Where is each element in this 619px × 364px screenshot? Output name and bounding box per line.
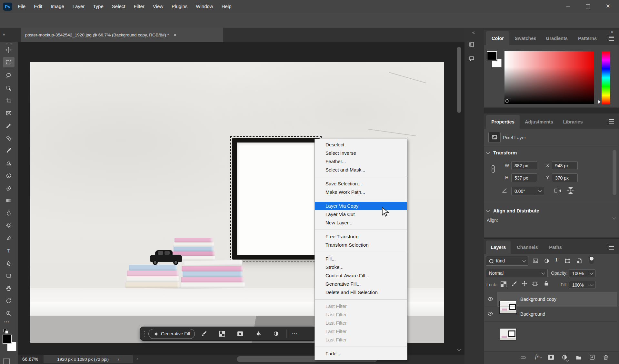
taskbar-more-button[interactable]: ••• (289, 329, 300, 339)
height-field[interactable]: 537 px (511, 173, 537, 182)
tool-eraser[interactable] (3, 183, 15, 193)
maximize-button[interactable] (578, 0, 597, 12)
foreground-color-swatch[interactable] (3, 335, 12, 344)
context-menu-item-deselect[interactable]: Deselect (315, 141, 407, 149)
tool-pen[interactable] (3, 233, 15, 243)
tool-move[interactable] (3, 45, 15, 55)
layer-visibility-toggle[interactable] (487, 296, 494, 303)
transform-collapse-chevron-icon[interactable] (486, 151, 490, 154)
add-layer-mask-button[interactable] (548, 355, 554, 360)
filter-pixel-layers-button[interactable] (533, 258, 539, 265)
filter-smart-objects-button[interactable] (576, 258, 582, 265)
context-menu-item-new-layer[interactable]: New Layer... (315, 219, 407, 227)
lock-pixels-icon[interactable] (511, 281, 517, 288)
tab-layers[interactable]: Layers (486, 241, 511, 254)
edit-toolbar-icon[interactable]: ••• (4, 320, 10, 324)
properties-scrollbar[interactable] (613, 150, 616, 195)
minimize-button[interactable] (559, 0, 577, 12)
tab-paths[interactable]: Paths (544, 241, 567, 254)
tab-close-icon[interactable]: × (174, 32, 176, 38)
tool-crop[interactable] (3, 95, 15, 106)
context-menu-item-select-and-mask[interactable]: Select and Mask... (315, 166, 407, 174)
tool-object-selection[interactable] (3, 83, 15, 93)
scroll-left-icon[interactable]: ‹ (136, 356, 138, 361)
blend-mode-dropdown[interactable]: Normal (486, 269, 548, 277)
menu-select[interactable]: Select (108, 0, 130, 13)
menu-type[interactable]: Type (89, 0, 108, 13)
tab-libraries[interactable]: Libraries (558, 115, 587, 129)
tool-healing-brush[interactable] (3, 133, 15, 143)
tool-frame[interactable] (3, 108, 15, 118)
link-layers-button[interactable] (520, 355, 527, 362)
tab-overflow-icon[interactable]: » (3, 32, 5, 37)
hue-slider[interactable] (602, 51, 610, 104)
lock-position-icon[interactable] (522, 281, 527, 288)
color-field[interactable] (504, 51, 594, 104)
tool-rectangular-marquee[interactable] (3, 57, 15, 67)
context-menu-item-layer-via-cut[interactable]: Layer Via Cut (315, 210, 407, 219)
generative-fill-button[interactable]: Generative Fill (148, 329, 195, 339)
properties-scroll-down-icon[interactable] (612, 216, 616, 219)
menu-layer[interactable]: Layer (68, 0, 89, 13)
tool-zoom[interactable] (3, 308, 15, 319)
taskbar-invert-button[interactable] (271, 329, 282, 339)
menu-window[interactable]: Window (192, 0, 217, 13)
tool-gradient[interactable] (3, 195, 15, 206)
tool-clone-stamp[interactable] (3, 158, 15, 168)
lock-all-icon[interactable] (544, 280, 549, 288)
menu-image[interactable]: Image (46, 0, 68, 13)
context-menu-item-layer-via-copy[interactable]: Layer Via Copy (315, 202, 407, 210)
tool-hand[interactable] (3, 283, 15, 293)
x-field[interactable]: 948 px (552, 161, 578, 170)
filter-type-layers-button[interactable]: T (555, 257, 558, 263)
context-menu-item-fill[interactable]: Fill... (315, 255, 407, 263)
expand-panels-icon[interactable]: « (472, 30, 475, 35)
new-group-button[interactable] (576, 355, 582, 361)
layer-visibility-toggle[interactable] (487, 311, 494, 318)
fill-control[interactable]: 100% (569, 281, 595, 289)
filter-toggle[interactable] (589, 256, 594, 264)
tool-dodge[interactable] (3, 220, 15, 231)
layer-filter-dropdown[interactable]: Kind (486, 256, 528, 266)
tab-gradients[interactable]: Gradients (542, 31, 572, 45)
opacity-control[interactable]: 100% (569, 269, 595, 277)
collapse-panels-icon[interactable]: » (611, 29, 614, 34)
menu-help[interactable]: Help (217, 0, 236, 13)
taskbar-pattern-button[interactable] (216, 329, 227, 339)
default-colors-icon[interactable] (3, 329, 8, 333)
collapsed-panel-comments[interactable] (469, 55, 477, 65)
context-menu-item-delete-and-fill[interactable]: Delete and Fill Selection (315, 288, 407, 297)
flip-vertical-icon[interactable] (567, 187, 574, 194)
add-adjustment-layer-button[interactable] (562, 354, 568, 362)
tab-adjustments[interactable]: Adjustments (521, 115, 557, 129)
tab-patterns[interactable]: Patterns (573, 31, 602, 45)
tool-path-selection[interactable] (3, 258, 15, 269)
menu-filter[interactable]: Filter (130, 0, 149, 13)
menu-file[interactable]: File (14, 0, 30, 13)
context-menu-item-free-transform[interactable]: Free Transform (315, 232, 407, 241)
filter-adjustment-layers-button[interactable] (544, 258, 550, 265)
taskbar-grip[interactable] (144, 330, 146, 337)
lock-transparency-icon[interactable] (501, 281, 506, 287)
context-menu-item-stroke[interactable]: Stroke... (315, 263, 407, 271)
context-menu-item-make-work-path[interactable]: Make Work Path... (315, 188, 407, 196)
menu-edit[interactable]: Edit (30, 0, 46, 13)
tool-type[interactable]: T (3, 246, 15, 256)
y-field[interactable]: 370 px (552, 173, 578, 182)
tool-lasso[interactable] (3, 70, 15, 81)
tab-properties[interactable]: Properties (486, 115, 520, 129)
taskbar-fill-button[interactable] (253, 329, 264, 339)
new-layer-button[interactable] (589, 354, 595, 362)
close-button[interactable]: × (599, 0, 617, 12)
layer-name[interactable]: Background (520, 311, 545, 317)
tool-shape[interactable] (3, 271, 15, 281)
tool-eyedropper[interactable] (3, 121, 15, 131)
properties-panel-menu-icon[interactable] (609, 119, 614, 124)
context-menu-item-feather[interactable]: Feather... (315, 157, 407, 166)
taskbar-brush-button[interactable] (198, 329, 209, 339)
layer-name[interactable]: Background copy (520, 297, 556, 302)
layer-thumbnail[interactable] (500, 328, 516, 340)
vertical-scrollbar[interactable] (457, 47, 461, 113)
tab-swatches[interactable]: Swatches (511, 31, 540, 45)
link-dimensions-icon[interactable] (491, 165, 496, 176)
